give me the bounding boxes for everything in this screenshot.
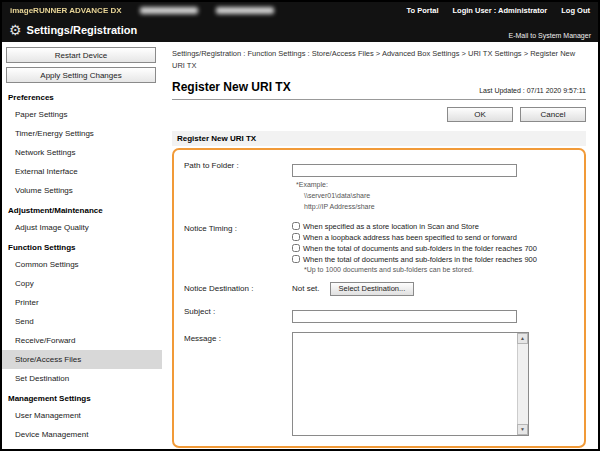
- sidebar-section-management-settings: Management Settings: [2, 388, 162, 406]
- sidebar-item-user-management[interactable]: User Management: [2, 406, 162, 425]
- sidebar-section-function-settings: Function Settings: [2, 237, 162, 255]
- path-to-folder-label: Path to Folder :: [184, 159, 292, 213]
- path-to-folder-input[interactable]: [292, 164, 517, 177]
- restart-device-button[interactable]: Restart Device: [6, 47, 156, 63]
- sidebar-item-printer[interactable]: Printer: [2, 293, 162, 312]
- remote-ui-window: imageRUNNER ADVANCE DX To Portal Login U…: [0, 0, 600, 451]
- message-textarea[interactable]: ▲ ▼: [292, 332, 529, 436]
- textarea-scrollbar[interactable]: ▲ ▼: [517, 333, 528, 435]
- cancel-button[interactable]: Cancel: [520, 107, 586, 122]
- subject-input[interactable]: [292, 310, 517, 323]
- sidebar-item-network-settings[interactable]: Network Settings: [2, 143, 162, 162]
- login-user-label: Login User : Administrator: [453, 6, 548, 15]
- notice-note: *Up to 1000 documents and sub-folders ca…: [304, 266, 574, 273]
- log-out-link[interactable]: Log Out: [561, 6, 590, 15]
- sidebar-item-external-interface[interactable]: External Interface: [2, 162, 162, 181]
- notice-destination-value: Not set.: [292, 284, 320, 293]
- redacted-device-name-2: [216, 7, 274, 14]
- device-logo: imageRUNNER ADVANCE DX: [10, 6, 122, 15]
- ok-button[interactable]: OK: [447, 107, 513, 122]
- page-title: Register New URI TX: [172, 80, 291, 94]
- notice-timing-label: Notice Timing :: [184, 222, 292, 273]
- notice-option-checkbox-2[interactable]: [292, 233, 300, 241]
- sidebar-section-adjustment-maintenance: Adjustment/Maintenance: [2, 200, 162, 218]
- to-portal-link[interactable]: To Portal: [407, 6, 439, 15]
- notice-option-row-3[interactable]: When the total of documents and sub-fold…: [292, 244, 574, 253]
- redacted-device-name: [140, 7, 198, 14]
- scroll-down-icon[interactable]: ▼: [517, 424, 528, 435]
- notice-option-checkbox-1[interactable]: [292, 222, 300, 230]
- sidebar-section-preferences: Preferences: [2, 87, 162, 105]
- apply-setting-changes-button[interactable]: Apply Setting Changes: [6, 67, 156, 83]
- scroll-up-icon[interactable]: ▲: [517, 333, 528, 344]
- device-top-bar: imageRUNNER ADVANCE DX To Portal Login U…: [2, 2, 598, 18]
- select-destination-button[interactable]: Select Destination...: [330, 282, 415, 296]
- notice-destination-label: Notice Destination :: [184, 282, 292, 296]
- message-label: Message :: [184, 332, 292, 436]
- sidebar-item-common-settings[interactable]: Common Settings: [2, 255, 162, 274]
- appbar-title: Settings/Registration: [27, 24, 138, 36]
- sidebar-item-device-management[interactable]: Device Management: [2, 425, 162, 444]
- sidebar-item-paper-settings[interactable]: Paper Settings: [2, 105, 162, 124]
- path-example-text: *Example: \\server01\data\share http://I…: [296, 180, 574, 213]
- subject-label: Subject :: [184, 305, 292, 323]
- main-panel: Settings/Registration : Function Setting…: [162, 42, 598, 449]
- breadcrumb[interactable]: Settings/Registration : Function Setting…: [172, 48, 586, 72]
- notice-option-checkbox-3[interactable]: [292, 244, 300, 252]
- email-to-system-manager-link[interactable]: E-Mail to System Manager: [509, 32, 591, 42]
- notice-option-checkbox-4[interactable]: [292, 255, 300, 263]
- sidebar-item-timer-energy-settings[interactable]: Timer/Energy Settings: [2, 124, 162, 143]
- sidebar-item-receive-forward[interactable]: Receive/Forward: [2, 331, 162, 350]
- sidebar-item-send[interactable]: Send: [2, 312, 162, 331]
- sidebar-item-copy[interactable]: Copy: [2, 274, 162, 293]
- form-section-title: Register New URI TX: [172, 131, 586, 146]
- sidebar-item-store-access-files[interactable]: Store/Access Files: [2, 350, 162, 369]
- settings-sidebar: Restart Device Apply Setting Changes Pre…: [2, 42, 162, 449]
- settings-app-bar: ⚙ Settings/Registration E-Mail to System…: [2, 18, 598, 42]
- notice-option-row-1[interactable]: When specified as a store location in Sc…: [292, 222, 574, 231]
- sidebar-item-set-destination[interactable]: Set Destination: [2, 369, 162, 388]
- sidebar-item-volume-settings[interactable]: Volume Settings: [2, 181, 162, 200]
- notice-option-row-4[interactable]: When the total of documents and sub-fold…: [292, 255, 574, 264]
- last-updated-label: Last Updated : 07/11 2020 9:57:11: [479, 87, 586, 94]
- sidebar-item-adjust-image-quality[interactable]: Adjust Image Quality: [2, 218, 162, 237]
- register-uri-tx-form: Path to Folder : *Example: \\server01\da…: [172, 148, 586, 448]
- gear-icon: ⚙: [9, 23, 22, 37]
- notice-option-row-2[interactable]: When a loopback address has been specifi…: [292, 233, 574, 242]
